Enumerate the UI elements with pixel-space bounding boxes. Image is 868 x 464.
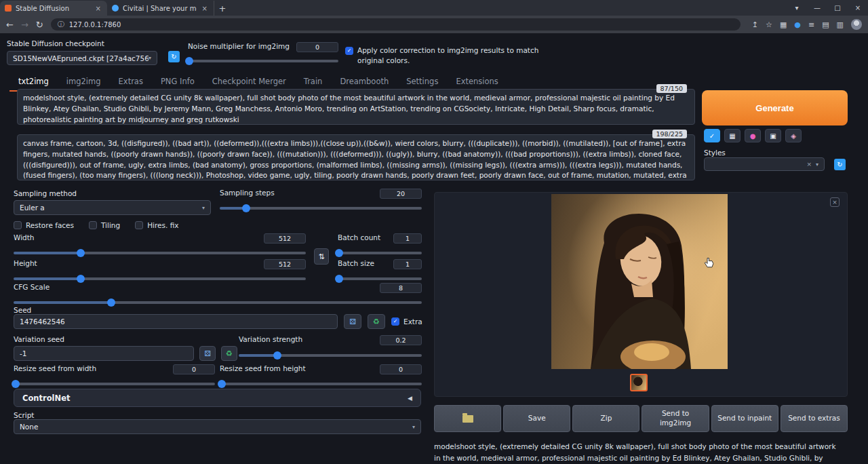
cfg-scale-slider[interactable]: [14, 298, 422, 307]
batch-count-slider[interactable]: [338, 249, 422, 257]
height-slider[interactable]: [14, 275, 306, 283]
resize-seed-height-slider[interactable]: [220, 380, 422, 388]
slider-knob[interactable]: [335, 275, 343, 283]
site-info-icon[interactable]: ⓘ: [58, 20, 64, 29]
resize-seed-width-slider[interactable]: [14, 380, 215, 388]
tab-search-icon[interactable]: ▾: [787, 0, 807, 16]
batch-size-value[interactable]: 1: [393, 259, 422, 269]
sampling-steps-slider[interactable]: [220, 204, 422, 212]
zip-button[interactable]: Zip: [572, 405, 639, 432]
forward-icon[interactable]: →: [21, 20, 28, 30]
controlnet-accordion[interactable]: ControlNet ◀: [14, 389, 421, 407]
slider-knob[interactable]: [218, 380, 226, 388]
resize-seed-height-value[interactable]: 0: [380, 364, 422, 374]
generated-image[interactable]: [551, 194, 728, 369]
send-to-inpaint-button[interactable]: Send to inpaint: [711, 405, 778, 432]
slider-track[interactable]: [14, 252, 306, 254]
resize-seed-width-value[interactable]: 0: [173, 364, 215, 374]
send-to-extras-button[interactable]: Send to extras: [781, 405, 848, 432]
slider-knob[interactable]: [77, 275, 85, 283]
tab-close-icon[interactable]: ×: [94, 5, 102, 12]
slider-track[interactable]: [220, 383, 422, 385]
checkpoint-dropdown[interactable]: SD15NewVAEpruned.ckpt [27a4ac756c] ▾: [7, 51, 157, 65]
record-icon[interactable]: ●: [794, 20, 801, 29]
styles-dropdown[interactable]: × ▾: [704, 157, 825, 171]
slider-track[interactable]: [14, 383, 215, 385]
save-button[interactable]: Save: [503, 405, 570, 432]
sampling-steps-value[interactable]: 20: [380, 189, 422, 199]
noise-multiplier-slider[interactable]: [188, 57, 338, 65]
slider-track[interactable]: [188, 60, 338, 62]
share-icon[interactable]: ↥: [752, 20, 758, 29]
variation-strength-value[interactable]: 0.2: [380, 335, 422, 345]
slider-knob[interactable]: [107, 298, 115, 307]
color-correction-checkbox[interactable]: ✓ Apply color correction to img2img resu…: [345, 45, 569, 66]
clear-prompt-button[interactable]: ●: [745, 129, 761, 142]
width-slider[interactable]: [14, 249, 306, 257]
reuse-seed-button[interactable]: ♻: [368, 314, 385, 329]
variation-strength-slider[interactable]: [239, 351, 422, 360]
minimize-button[interactable]: —: [807, 0, 827, 16]
reload-icon[interactable]: ↻: [36, 20, 43, 30]
swap-dimensions-button[interactable]: ⇅: [314, 248, 329, 265]
slider-knob[interactable]: [185, 57, 193, 65]
bookmark-star-icon[interactable]: ☆: [766, 20, 772, 29]
close-window-button[interactable]: ×: [848, 0, 868, 16]
slider-knob[interactable]: [77, 249, 85, 257]
refresh-checkpoint-button[interactable]: ↻: [168, 51, 180, 62]
height-value[interactable]: 512: [264, 259, 306, 269]
slider-knob[interactable]: [242, 204, 250, 212]
hires-fix-checkbox[interactable]: Hires. fix: [135, 221, 178, 229]
device-toolbar-icon[interactable]: ▤: [822, 20, 829, 29]
slider-knob[interactable]: [273, 351, 281, 360]
profile-avatar[interactable]: [851, 19, 862, 30]
slider-track[interactable]: [338, 252, 422, 254]
sidebar-icon[interactable]: ▥: [837, 20, 844, 29]
restore-faces-checkbox[interactable]: Restore faces: [14, 221, 74, 229]
browser-tab-civitai[interactable]: Civitai | Share your models ×: [107, 1, 214, 16]
prompt-input[interactable]: modelshoot style, (extremely detailed CG…: [17, 89, 695, 125]
refresh-styles-button[interactable]: ↻: [834, 159, 846, 170]
slider-track[interactable]: [239, 354, 422, 357]
paste-params-button[interactable]: ✓: [704, 129, 720, 142]
slider-knob[interactable]: [335, 249, 343, 257]
extra-seed-checkbox[interactable]: ✓ Extra: [391, 317, 422, 326]
gallery-thumbnail[interactable]: [630, 374, 648, 391]
save-style-button[interactable]: ◈: [785, 129, 802, 142]
send-to-img2img-button[interactable]: Send to img2img: [642, 405, 709, 432]
browser-tab-stable-diffusion[interactable]: Stable Diffusion ×: [0, 1, 107, 16]
script-dropdown[interactable]: None ▾: [14, 419, 421, 434]
slider-track[interactable]: [338, 277, 422, 280]
generate-button[interactable]: Generate: [702, 90, 848, 125]
back-icon[interactable]: ←: [6, 20, 14, 30]
slider-track[interactable]: [220, 207, 422, 210]
gallery-close-icon[interactable]: ×: [830, 197, 840, 207]
tab-close-icon[interactable]: ×: [201, 5, 209, 12]
extra-networks-button[interactable]: ▦: [724, 129, 741, 142]
slider-knob[interactable]: [12, 380, 20, 388]
maximize-button[interactable]: □: [827, 0, 848, 16]
variation-seed-input[interactable]: [14, 346, 194, 361]
slider-track[interactable]: [14, 301, 422, 304]
batch-size-slider[interactable]: [338, 275, 422, 283]
seed-input[interactable]: [14, 314, 338, 329]
apply-style-button[interactable]: ▣: [765, 129, 781, 142]
apps-grid-icon[interactable]: ▦: [780, 20, 787, 29]
negative-prompt-input[interactable]: canvas frame, cartoon, 3d, ((disfigured)…: [17, 134, 695, 180]
clear-styles-icon[interactable]: ×: [806, 161, 812, 168]
random-seed-button[interactable]: ⚄: [344, 314, 361, 329]
random-variation-seed-button[interactable]: ⚄: [199, 346, 216, 361]
screen: Stable Diffusion × Civitai | Share your …: [0, 0, 868, 464]
url-bar[interactable]: ⓘ 127.0.0.1:7860: [51, 18, 741, 31]
open-folder-button[interactable]: [434, 405, 501, 432]
new-tab-button[interactable]: +: [214, 1, 231, 16]
batch-count-value[interactable]: 1: [393, 233, 422, 244]
tune-icon[interactable]: ≡: [808, 20, 814, 29]
tiling-checkbox[interactable]: Tiling: [89, 221, 120, 229]
noise-multiplier-value[interactable]: 0: [296, 42, 338, 52]
sampling-method-dropdown[interactable]: Euler a ▾: [14, 200, 211, 215]
reuse-variation-seed-button[interactable]: ♻: [221, 346, 237, 361]
width-value[interactable]: 512: [264, 233, 306, 244]
slider-track[interactable]: [14, 277, 306, 280]
cfg-scale-value[interactable]: 8: [380, 283, 422, 293]
